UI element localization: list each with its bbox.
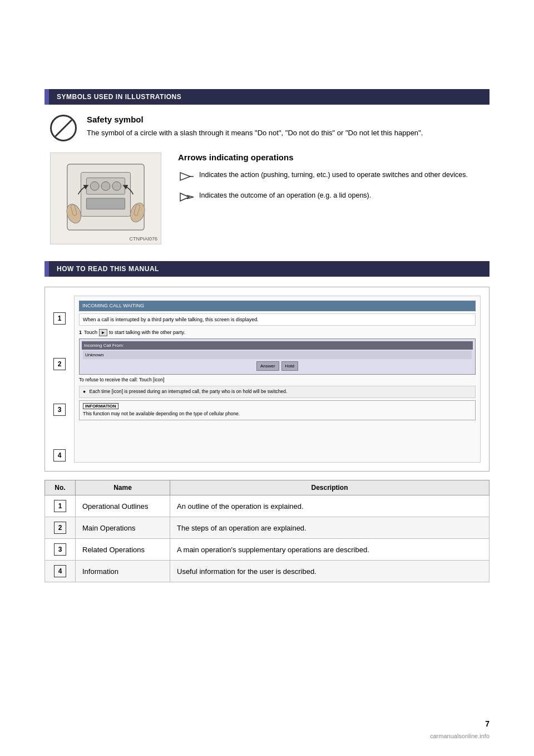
info-block-header: INFORMATION: [83, 403, 472, 410]
incoming-call-header: INCOMING CALL WAITING: [79, 301, 476, 311]
how-header-text: HOW TO READ THIS MANUAL: [49, 261, 167, 277]
how-header-bar: HOW TO READ THIS MANUAL: [44, 261, 490, 277]
table-num-3: 3: [54, 543, 66, 556]
answer-btn: Answer: [256, 361, 279, 371]
diag-step-1: 1 Touch ► to start talking with the othe…: [79, 329, 476, 336]
watermark: carmanualsonline.info: [430, 733, 490, 739]
safety-title: Safety symbol: [87, 115, 484, 124]
table-header-row: No. Name Description: [45, 480, 490, 495]
diagram-inner: 1 2 3 4 INCOMING CALL WAITING When a cal…: [53, 296, 481, 463]
diagram-numbers: 1 2 3 4: [53, 296, 66, 463]
arrow-item-1: Indicates the action (pushing, turning, …: [178, 170, 484, 183]
diag-block-1: When a call is interrupted by a third pa…: [79, 313, 476, 326]
diagram-num-3: 3: [53, 404, 66, 416]
description-table: No. Name Description 1Operational Outlin…: [44, 480, 490, 582]
outcome-arrow-icon: [178, 191, 194, 203]
phone-buttons: Answer Hold: [83, 361, 472, 371]
table-cell-name-4: Information: [76, 561, 170, 582]
table-cell-no-4: 4: [45, 561, 76, 582]
header-accent: [44, 89, 49, 105]
table-row: 2Main OperationsThe steps of an operatio…: [45, 517, 490, 539]
table-cell-name-1: Operational Outlines: [76, 495, 170, 517]
info-label: INFORMATION: [83, 403, 118, 409]
step-num-1: 1: [79, 329, 82, 336]
col-header-name: Name: [76, 480, 170, 495]
refuse-text: To refuse to receive the call: Touch [ic…: [79, 377, 476, 384]
table-num-4: 4: [54, 565, 66, 577]
table-num-1: 1: [54, 500, 66, 512]
table-cell-no-1: 1: [45, 495, 76, 517]
table-row: 1Operational OutlinesAn outline of the o…: [45, 495, 490, 517]
page-number: 7: [485, 719, 490, 728]
safety-text: The symbol of a circle with a slash thro…: [87, 127, 484, 139]
svg-rect-7: [86, 198, 125, 209]
table-cell-desc-4: Useful information for the user is descr…: [170, 561, 490, 582]
table-cell-no-3: 3: [45, 539, 76, 561]
image-label: CTNPIAI076: [129, 236, 157, 242]
arrow-item-2: Indicates the outcome of an operation (e…: [178, 190, 484, 203]
col-header-desc: Description: [170, 480, 490, 495]
safety-text-block: Safety symbol The symbol of a circle wit…: [87, 115, 484, 139]
info-block: INFORMATION This function may not be ava…: [79, 400, 476, 420]
table-num-2: 2: [54, 522, 66, 534]
caller-name: Unknown: [83, 351, 472, 359]
phone-screen-header: Incoming Call From:: [82, 341, 473, 350]
phone-screen-mock: Incoming Call From: Unknown Answer Hold: [79, 338, 476, 375]
safety-symbol-row: Safety symbol The symbol of a circle wit…: [44, 115, 490, 141]
step-1-text: Touch ► to start talking with the other …: [84, 329, 185, 336]
arrows-section: CTNPIAI076 Arrows indicating operations …: [44, 153, 490, 244]
how-section: HOW TO READ THIS MANUAL 1 2 3 4 INCOMING…: [44, 261, 490, 582]
svg-point-4: [90, 181, 99, 190]
arrows-title: Arrows indicating operations: [178, 153, 484, 162]
table-cell-desc-1: An outline of the operation is explained…: [170, 495, 490, 517]
hold-btn: Hold: [281, 361, 298, 371]
diagram-box: 1 2 3 4 INCOMING CALL WAITING When a cal…: [44, 287, 490, 472]
symbols-section: SYMBOLS USED IN ILLUSTRATIONS Safety sym…: [44, 89, 490, 244]
table-row: 4InformationUseful information for the u…: [45, 561, 490, 582]
no-symbol-icon: [50, 115, 77, 141]
page-container: SYMBOLS USED IN ILLUSTRATIONS Safety sym…: [0, 0, 534, 756]
table-body: 1Operational OutlinesAn outline of the o…: [45, 495, 490, 582]
action-arrow-icon: [178, 170, 194, 183]
how-header-accent: [44, 261, 49, 277]
table-cell-desc-3: A main operation's supplementary operati…: [170, 539, 490, 561]
bullet-block: ● Each time [icon] is pressed during an …: [79, 386, 476, 398]
col-header-no: No.: [45, 480, 76, 495]
arrow-item-1-text: Indicates the action (pushing, turning, …: [199, 170, 468, 180]
svg-point-6: [112, 181, 121, 190]
diagram-num-2: 2: [53, 358, 66, 370]
diagram-num-1: 1: [53, 312, 66, 325]
table-cell-name-3: Related Operations: [76, 539, 170, 561]
info-block-text: This function may not be available depen…: [83, 411, 472, 418]
phone-screen-body: Unknown Answer Hold: [82, 350, 473, 372]
table-cell-no-2: 2: [45, 517, 76, 539]
symbols-header-bar: SYMBOLS USED IN ILLUSTRATIONS: [44, 89, 490, 105]
table-cell-name-2: Main Operations: [76, 517, 170, 539]
svg-point-5: [101, 181, 110, 190]
car-image: CTNPIAI076: [50, 153, 161, 244]
diagram-num-4: 4: [53, 449, 66, 462]
arrows-content: Arrows indicating operations Indicates t…: [178, 153, 484, 211]
diagram-content: INCOMING CALL WAITING When a call is int…: [74, 296, 481, 463]
table-row: 3Related OperationsA main operation's su…: [45, 539, 490, 561]
arrow-item-2-text: Indicates the outcome of an operation (e…: [199, 190, 371, 201]
bullet-marker: ●: [83, 389, 86, 394]
symbols-header-text: SYMBOLS USED IN ILLUSTRATIONS: [49, 89, 189, 105]
table-cell-desc-2: The steps of an operation are explained.: [170, 517, 490, 539]
bullet-text: Each time [icon] is pressed during an in…: [90, 389, 288, 394]
